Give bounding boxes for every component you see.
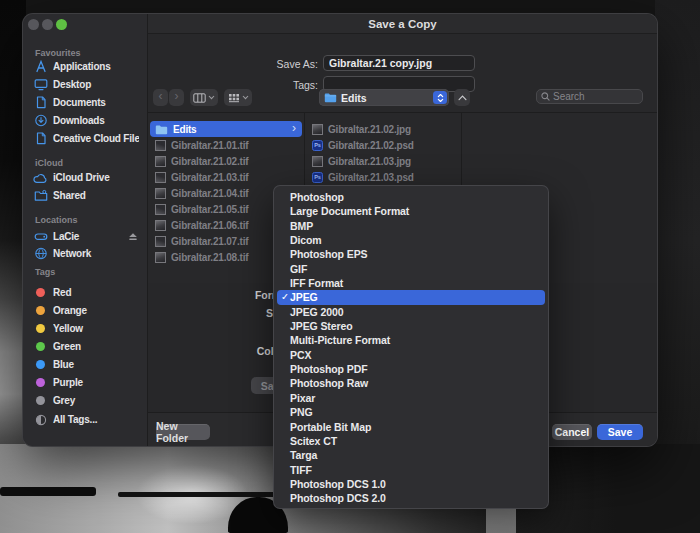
- file-row[interactable]: Gibraltar.21.02.psd: [307, 137, 459, 153]
- photoshop-file-icon: [312, 172, 323, 183]
- checkmark-icon: ✓: [281, 290, 289, 304]
- image-thumbnail-icon: [155, 140, 166, 151]
- image-thumbnail-icon: [155, 252, 166, 263]
- menu-item-photoshop-raw[interactable]: Photoshop Raw: [274, 376, 548, 390]
- back-button[interactable]: ‹: [153, 89, 168, 106]
- eject-icon[interactable]: [127, 228, 139, 246]
- zoom-window-button[interactable]: [56, 19, 67, 30]
- save-as-input[interactable]: [323, 55, 475, 71]
- sidebar-item-tag-red[interactable]: Red: [23, 284, 147, 301]
- menu-item-jpeg-stereo[interactable]: JPEG Stereo: [274, 319, 548, 333]
- menu-item-png[interactable]: PNG: [274, 405, 548, 419]
- location-popup[interactable]: Edits: [319, 89, 449, 106]
- sidebar-item-tag-blue[interactable]: Blue: [23, 356, 147, 373]
- location-popup-value: Edits: [341, 92, 429, 104]
- collapse-expand-button[interactable]: [454, 89, 470, 106]
- close-window-button[interactable]: [28, 19, 39, 30]
- popup-stepper-icon: [433, 91, 447, 104]
- menu-item-photoshop-pdf[interactable]: Photoshop PDF: [274, 362, 548, 376]
- column-view-button[interactable]: [190, 89, 218, 106]
- column-view-icon: [193, 93, 206, 103]
- image-thumbnail-icon: [312, 124, 323, 135]
- sidebar-item-tag-grey[interactable]: Grey: [23, 392, 147, 409]
- menu-item-portable-bit-map[interactable]: Portable Bit Map: [274, 420, 548, 434]
- sidebar-item-documents[interactable]: Documents: [23, 94, 147, 111]
- download-icon: [33, 114, 48, 128]
- purple-tag-icon: [36, 378, 45, 387]
- menu-item-bmp[interactable]: BMP: [274, 219, 548, 233]
- sidebar-item-icloud-drive[interactable]: iCloud Drive: [23, 169, 147, 186]
- toolbar: ‹ › Edits: [148, 84, 657, 113]
- menu-item-scitex-ct[interactable]: Scitex CT: [274, 434, 548, 448]
- menu-item-targa[interactable]: Targa: [274, 448, 548, 462]
- chevron-down-icon: [208, 95, 215, 100]
- file-row[interactable]: Gibraltar.21.02.jpg: [307, 121, 459, 137]
- sidebar-item-downloads[interactable]: Downloads: [23, 112, 147, 129]
- file-row[interactable]: Gibraltar.21.03.psd: [307, 169, 459, 185]
- cloud-icon: [33, 171, 48, 185]
- image-thumbnail-icon: [312, 156, 323, 167]
- menu-item-jpeg-2000[interactable]: JPEG 2000: [274, 305, 548, 319]
- menu-item-large-document-format[interactable]: Large Document Format: [274, 204, 548, 218]
- menu-item-iff-format[interactable]: IFF Format: [274, 276, 548, 290]
- menu-item-multi-picture-format[interactable]: Multi-Picture Format: [274, 333, 548, 347]
- minimize-window-button[interactable]: [42, 19, 53, 30]
- filename-section: Save As: Tags:: [148, 34, 657, 84]
- image-thumbnail-icon: [155, 156, 166, 167]
- image-thumbnail-icon: [155, 236, 166, 247]
- image-thumbnail-icon: [155, 172, 166, 183]
- menu-item-photoshop[interactable]: Photoshop: [274, 190, 548, 204]
- menu-item-dicom[interactable]: Dicom: [274, 233, 548, 247]
- cancel-button[interactable]: Cancel: [552, 424, 592, 440]
- sidebar-item-network[interactable]: Network: [23, 245, 147, 262]
- sidebar-item-desktop[interactable]: Desktop: [23, 76, 147, 93]
- sidebar-item-shared[interactable]: Shared: [23, 187, 147, 204]
- image-thumbnail-icon: [155, 204, 166, 215]
- file-row[interactable]: Gibraltar.21.03.tif: [150, 169, 302, 185]
- save-button[interactable]: Save: [597, 424, 643, 440]
- file-row[interactable]: Gibraltar.21.01.tif: [150, 137, 302, 153]
- photoshop-file-icon: [312, 140, 323, 151]
- sidebar-item-lacie[interactable]: LaCie: [23, 228, 147, 245]
- external-drive-icon: [33, 230, 48, 244]
- menu-item-tiff[interactable]: TIFF: [274, 463, 548, 477]
- menu-item-pixar[interactable]: Pixar: [274, 391, 548, 405]
- save-as-label: Save As:: [148, 58, 318, 70]
- format-dropdown-menu: Photoshop Large Document Format BMP Dico…: [274, 186, 548, 508]
- menu-item-photoshop-dcs-1-0[interactable]: Photoshop DCS 1.0: [274, 477, 548, 491]
- new-folder-button[interactable]: New Folder: [156, 424, 210, 440]
- search-input[interactable]: [553, 91, 638, 102]
- folder-icon: [324, 92, 337, 103]
- green-tag-icon: [36, 342, 45, 351]
- search-icon: [541, 92, 550, 101]
- sidebar-item-applications[interactable]: Applications: [23, 58, 147, 75]
- sidebar-item-creative-cloud-files[interactable]: Creative Cloud Files: [23, 130, 147, 147]
- forward-icon: ›: [175, 89, 179, 104]
- sidebar-item-all-tags[interactable]: All Tags...: [23, 411, 147, 428]
- sidebar-section-locations: Locations: [23, 214, 147, 226]
- sidebar-item-tag-green[interactable]: Green: [23, 338, 147, 355]
- screen: Favourites Applications Desktop Document…: [0, 0, 700, 533]
- group-view-button[interactable]: [224, 89, 252, 106]
- forward-button[interactable]: ›: [169, 89, 184, 106]
- sidebar: Favourites Applications Desktop Document…: [23, 14, 148, 446]
- red-tag-icon: [36, 288, 45, 297]
- menu-item-photoshop-dcs-2-0[interactable]: Photoshop DCS 2.0: [274, 491, 548, 505]
- menu-item-pcx[interactable]: PCX: [274, 348, 548, 362]
- sidebar-item-tag-purple[interactable]: Purple: [23, 374, 147, 391]
- colour-label: Colour:: [148, 345, 294, 357]
- search-field[interactable]: [536, 89, 643, 104]
- menu-item-gif[interactable]: GIF: [274, 262, 548, 276]
- menu-item-photoshop-eps[interactable]: Photoshop EPS: [274, 247, 548, 261]
- file-row[interactable]: Gibraltar.21.03.jpg: [307, 153, 459, 169]
- image-thumbnail-icon: [155, 188, 166, 199]
- title-bar: Save a Copy: [148, 14, 657, 34]
- background-boat-silhouette: [118, 492, 298, 497]
- applications-icon: [33, 60, 48, 74]
- file-row-edits[interactable]: Edits ›: [150, 121, 302, 137]
- sidebar-item-tag-yellow[interactable]: Yellow: [23, 320, 147, 337]
- menu-item-jpeg[interactable]: ✓ JPEG: [277, 290, 545, 304]
- file-row[interactable]: Gibraltar.21.02.tif: [150, 153, 302, 169]
- yellow-tag-icon: [36, 324, 45, 333]
- sidebar-item-tag-orange[interactable]: Orange: [23, 302, 147, 319]
